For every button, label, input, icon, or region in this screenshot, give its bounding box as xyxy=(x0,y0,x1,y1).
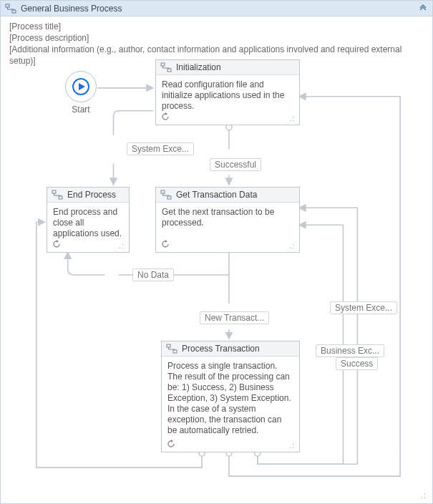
node-header: Get Transaction Data xyxy=(156,188,299,203)
process-title-placeholder: [Process title] xyxy=(9,21,424,32)
svg-rect-1 xyxy=(12,10,16,13)
end-process-node[interactable]: End Process End process and close all ap… xyxy=(47,187,130,253)
node-body: Process a single transaction. The result… xyxy=(162,357,299,450)
svg-rect-11 xyxy=(161,190,165,193)
svg-rect-12 xyxy=(167,196,171,199)
panel-title: General Business Process xyxy=(21,4,418,14)
flowchart-icon xyxy=(52,190,63,200)
canvas: Start Initialization Read configuration … xyxy=(1,54,432,503)
edge-new-transaction: New Transact... xyxy=(200,311,269,324)
edge-system-exception-1: System Exce... xyxy=(127,142,194,155)
flowchart-icon xyxy=(160,62,172,72)
collapse-chevron-icon[interactable] xyxy=(418,4,428,14)
initialization-node[interactable]: Initialization Read configuration file a… xyxy=(155,59,300,125)
node-body: Read configuration file and initialize a… xyxy=(156,75,299,126)
node-title: Process Transaction xyxy=(182,344,260,354)
node-header: Process Transaction xyxy=(162,341,299,357)
resize-grip-icon xyxy=(289,243,295,248)
start-circle[interactable] xyxy=(65,71,97,102)
process-description-placeholder: [Process description] xyxy=(9,32,424,44)
workflow-panel: General Business Process [Process title]… xyxy=(0,0,433,504)
node-header: End Process xyxy=(47,188,129,203)
node-title: Initialization xyxy=(176,62,221,72)
resize-grip-icon xyxy=(119,243,125,248)
process-transaction-node[interactable]: Process Transaction Process a single tra… xyxy=(161,341,300,452)
svg-rect-10 xyxy=(59,196,62,199)
node-title: End Process xyxy=(67,190,116,200)
flowchart-icon xyxy=(166,344,177,354)
start-label: Start xyxy=(65,105,97,115)
retry-icon xyxy=(52,239,62,249)
panel-titlebar: General Business Process xyxy=(1,1,432,16)
edge-successful: Successful xyxy=(210,158,261,171)
flowchart-icon xyxy=(160,190,172,200)
svg-rect-9 xyxy=(52,190,56,193)
svg-rect-8 xyxy=(167,69,171,72)
retry-icon xyxy=(166,439,176,449)
panel-resize-grip-icon xyxy=(420,493,427,499)
start-node[interactable]: Start xyxy=(65,71,97,115)
svg-rect-13 xyxy=(167,344,170,347)
svg-rect-0 xyxy=(6,4,9,7)
node-title: Get Transaction Data xyxy=(176,190,257,200)
retry-icon xyxy=(160,112,170,122)
retry-icon xyxy=(160,239,170,249)
node-body: Get the next transaction to be processed… xyxy=(156,203,299,243)
svg-rect-14 xyxy=(173,350,177,353)
resize-grip-icon xyxy=(289,442,295,448)
get-transaction-node[interactable]: Get Transaction Data Get the next transa… xyxy=(155,187,300,253)
edge-system-exception-2: System Exce... xyxy=(330,301,397,314)
resize-grip-icon xyxy=(289,115,295,121)
svg-rect-7 xyxy=(161,63,165,66)
node-header: Initialization xyxy=(156,60,299,75)
flowchart-icon xyxy=(5,4,16,14)
edge-business-exception: Business Exc... xyxy=(316,344,384,357)
edge-no-data: No Data xyxy=(132,268,174,281)
edge-success: Success xyxy=(336,357,378,370)
